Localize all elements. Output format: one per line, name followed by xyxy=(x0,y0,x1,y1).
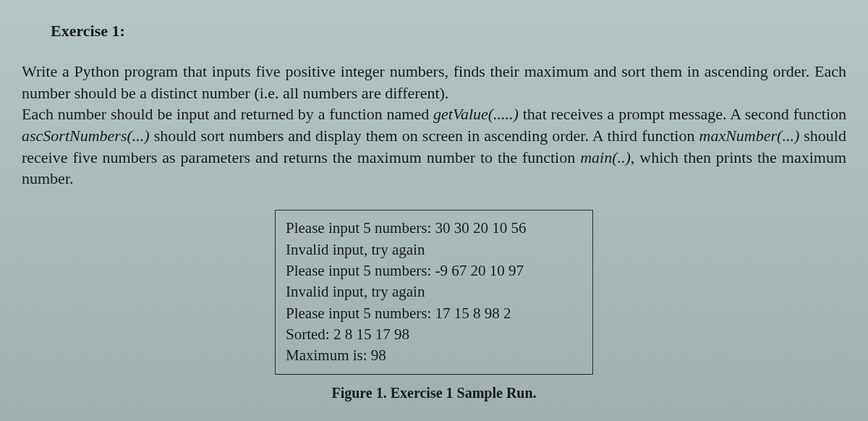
desc-part2c: should sort numbers and display them on … xyxy=(150,127,699,145)
func-maxnumber: maxNumber(...) xyxy=(699,127,800,145)
sample-line: Maximum is: 98 xyxy=(286,345,582,366)
desc-part1: Write a Python program that inputs five … xyxy=(22,62,846,102)
sample-line: Invalid input, try again xyxy=(286,281,582,302)
sample-line: Please input 5 numbers: 17 15 8 98 2 xyxy=(286,303,582,324)
func-main: main(..) xyxy=(580,148,631,166)
func-ascsort: ascSortNumbers(...) xyxy=(22,127,150,145)
figure-caption: Figure 1. Exercise 1 Sample Run. xyxy=(22,385,846,401)
sample-line: Please input 5 numbers: 30 30 20 10 56 xyxy=(286,218,582,239)
desc-part2a: Each number should be input and returned… xyxy=(22,105,433,123)
sample-run-box: Please input 5 numbers: 30 30 20 10 56 I… xyxy=(275,210,593,375)
sample-line: Please input 5 numbers: -9 67 20 10 97 xyxy=(286,260,582,281)
sample-line: Invalid input, try again xyxy=(286,239,582,260)
exercise-title: Exercise 1: xyxy=(51,22,846,41)
exercise-description: Write a Python program that inputs five … xyxy=(22,61,846,190)
desc-part2b: that receives a prompt message. A second… xyxy=(519,105,846,123)
func-getvalue: getValue(.....) xyxy=(433,105,519,123)
sample-line: Sorted: 2 8 15 17 98 xyxy=(286,324,582,345)
